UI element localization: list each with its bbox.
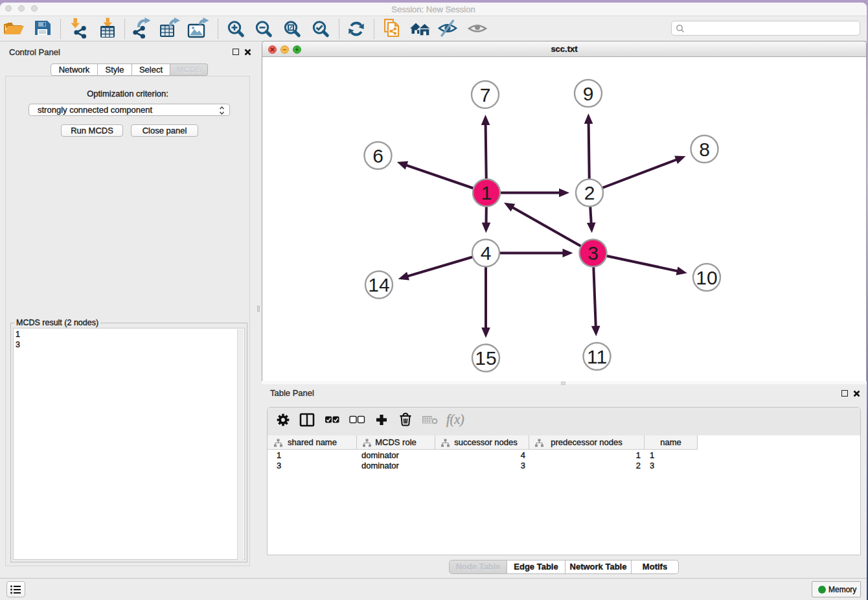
- svg-text:3: 3: [588, 242, 599, 264]
- svg-text:8: 8: [699, 139, 710, 160]
- svg-text:4: 4: [481, 242, 492, 264]
- svg-text:6: 6: [372, 145, 383, 167]
- svg-text:7: 7: [480, 84, 491, 106]
- svg-text:15: 15: [475, 347, 496, 369]
- svg-text:2: 2: [584, 182, 595, 203]
- svg-text:14: 14: [368, 274, 389, 295]
- svg-text:9: 9: [583, 83, 594, 104]
- svg-text:10: 10: [696, 267, 717, 288]
- svg-text:11: 11: [587, 346, 607, 367]
- svg-text:1: 1: [481, 182, 492, 203]
